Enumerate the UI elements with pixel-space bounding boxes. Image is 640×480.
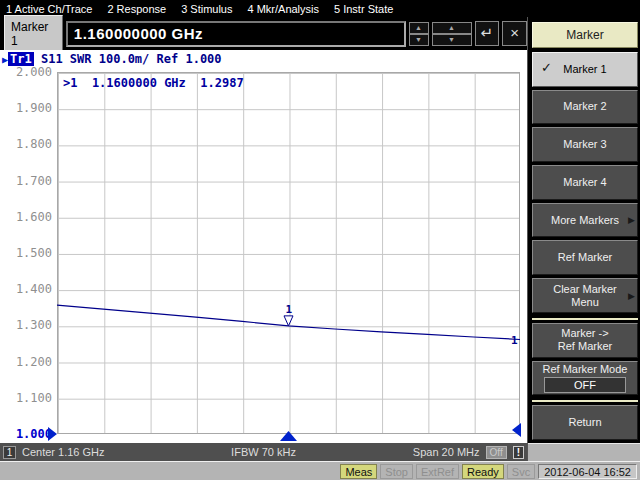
softkey-separator — [532, 318, 638, 320]
status-svc: Svc — [507, 464, 535, 479]
softkey-marker-4[interactable]: Marker 4 — [532, 165, 638, 200]
alert-indicator: ! — [513, 446, 524, 459]
softkey-menu: Marker ✓ Marker 1 Marker 2 Marker 3 Mark… — [528, 17, 640, 461]
step-down-large-button[interactable]: ▼ — [432, 34, 472, 46]
softkey-label: Ref Marker Mode — [543, 363, 628, 376]
softkey-label: Marker 4 — [563, 176, 606, 189]
channel-status-bar: 1 Center 1.16 GHz IFBW 70 kHz Span 20 MH… — [0, 443, 527, 461]
sidebar-bottom-strip — [528, 443, 640, 461]
softkey-label: Marker -> — [561, 327, 608, 340]
display-area: Marker 1 1.160000000 GHz ▲ ▼ ▲ ▼ ↵ × ▶Tr… — [0, 17, 528, 461]
entry-field-label: Marker 1 — [4, 15, 63, 53]
status-stop: Stop — [380, 464, 413, 479]
softkey-marker-3[interactable]: Marker 3 — [532, 127, 638, 162]
softkey-menu-title: Marker — [532, 22, 638, 48]
status-ready: Ready — [462, 464, 504, 479]
top-menubar: 1 Active Ch/Trace 2 Response 3 Stimulus … — [0, 0, 640, 17]
softkey-ref-marker[interactable]: Ref Marker — [532, 240, 638, 275]
softkey-label: Marker 2 — [563, 100, 606, 113]
ifbw-label: IFBW 70 kHz — [231, 446, 296, 458]
fine-stepper: ▲ ▼ — [409, 22, 429, 46]
marker-stimulus-indicator-icon — [280, 431, 297, 441]
softkey-label: Marker 1 — [563, 63, 606, 76]
menu-item-active-ch-trace[interactable]: 1 Active Ch/Trace — [6, 3, 92, 15]
softkey-label: Clear Marker — [553, 283, 617, 296]
trace-plot: 1 1 — [0, 50, 528, 443]
step-up-button[interactable]: ▲ — [409, 22, 429, 34]
softkey-return[interactable]: Return — [532, 405, 638, 440]
sweep-edge-marker-icon — [512, 423, 521, 437]
step-down-button[interactable]: ▼ — [409, 34, 429, 46]
span-label: Span 20 MHz — [413, 446, 480, 458]
submenu-arrow-icon: ▶ — [628, 289, 635, 302]
softkey-more-markers[interactable]: More Markers ▶ — [532, 203, 638, 238]
softkey-label-line2: Ref Marker — [558, 340, 612, 353]
enter-button[interactable]: ↵ — [475, 21, 500, 46]
step-up-large-button[interactable]: ▲ — [432, 22, 472, 34]
ref-marker-mode-state: OFF — [544, 377, 626, 393]
close-entry-button[interactable]: × — [502, 21, 527, 46]
softkey-label: Return — [568, 416, 601, 429]
softkey-separator — [532, 400, 638, 402]
center-frequency-label: Center 1.16 GHz — [22, 446, 105, 458]
reference-level-marker-icon — [48, 427, 57, 441]
submenu-arrow-icon: ▶ — [628, 214, 635, 227]
menu-item-instr-state[interactable]: 5 Instr State — [334, 3, 393, 15]
softkey-label-line2: Menu — [571, 296, 599, 309]
off-indicator: Off — [486, 446, 507, 459]
menu-item-response[interactable]: 2 Response — [107, 3, 166, 15]
softkey-marker-to-ref-marker[interactable]: Marker -> Ref Marker — [532, 323, 638, 358]
vna-screen: 1 Active Ch/Trace 2 Response 3 Stimulus … — [0, 0, 640, 480]
channel-number-box: 1 — [3, 446, 16, 459]
instrument-status-bar: Meas Stop ExtRef Ready Svc 2012-06-04 16… — [0, 461, 640, 480]
softkey-clear-marker-menu[interactable]: Clear Marker Menu ▶ — [532, 278, 638, 313]
status-extref: ExtRef — [416, 464, 459, 479]
menu-item-mkr-analysis[interactable]: 4 Mkr/Analysis — [247, 3, 319, 15]
marker-1-number: 1 — [286, 303, 293, 316]
graph-panel: ▶Tr1 S11 SWR 100.0m/ Ref 1.000 2.0001.90… — [0, 50, 527, 443]
check-icon: ✓ — [541, 61, 552, 74]
status-meas: Meas — [340, 464, 377, 479]
datetime-display: 2012-06-04 16:52 — [538, 464, 637, 479]
marker-frequency-input[interactable]: 1.160000000 GHz — [66, 21, 406, 47]
coarse-stepper: ▲ ▼ — [432, 22, 472, 46]
entry-toolbar: Marker 1 1.160000000 GHz ▲ ▼ ▲ ▼ ↵ × — [0, 17, 527, 50]
trace-end-number: 1 — [511, 334, 518, 347]
softkey-marker-1[interactable]: ✓ Marker 1 — [532, 52, 638, 87]
softkey-label: Marker 3 — [563, 138, 606, 151]
menu-item-stimulus[interactable]: 3 Stimulus — [181, 3, 232, 15]
softkey-label: Ref Marker — [558, 251, 612, 264]
softkey-label: More Markers — [551, 214, 619, 227]
softkey-ref-marker-mode[interactable]: Ref Marker Mode OFF — [532, 361, 638, 396]
softkey-marker-2[interactable]: Marker 2 — [532, 90, 638, 125]
marker-1-symbol[interactable] — [284, 316, 293, 326]
